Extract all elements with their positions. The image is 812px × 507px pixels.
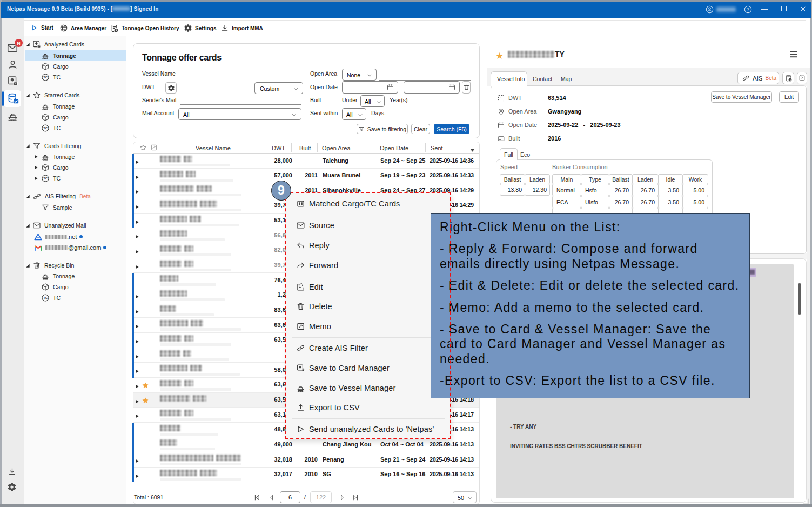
svg-text:TC: TC: [43, 177, 48, 180]
svg-text:TC: TC: [43, 296, 48, 299]
svg-text:TC: TC: [43, 76, 48, 79]
svg-text:?: ?: [747, 7, 749, 12]
svg-text:TC: TC: [43, 126, 48, 130]
